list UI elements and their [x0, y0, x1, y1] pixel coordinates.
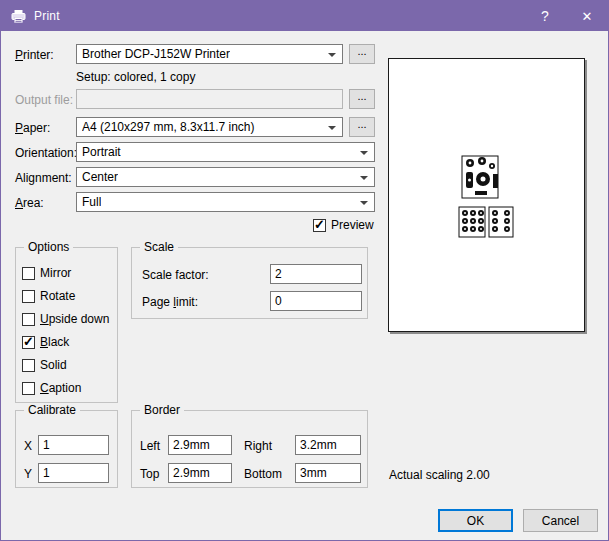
ok-button[interactable]: OK [438, 509, 513, 532]
printer-label: Printer: [15, 47, 54, 63]
help-button[interactable]: ? [524, 1, 566, 31]
window-title: Print [34, 9, 60, 23]
checkbox-icon[interactable] [313, 219, 326, 232]
border-top-label: Top [140, 466, 159, 482]
area-select-value: Full [82, 195, 101, 209]
upside-down-checkbox[interactable]: Upside down [22, 312, 109, 326]
rotate-checkbox[interactable]: Rotate [22, 289, 75, 303]
alignment-label: Alignment: [15, 170, 72, 186]
solid-checkbox[interactable]: Solid [22, 358, 67, 372]
alignment-select-value: Center [82, 170, 118, 184]
area-select[interactable]: Full [76, 192, 375, 212]
checkbox-icon[interactable] [22, 313, 35, 326]
printer-select[interactable]: Brother DCP-J152W Printer [76, 44, 343, 64]
print-preview-page [388, 58, 585, 332]
border-right-label: Right [244, 438, 272, 454]
border-group: Border Left Right Top Bottom [131, 410, 368, 488]
page-limit-input[interactable] [270, 291, 362, 311]
titlebar: Print ? ✕ [1, 1, 608, 31]
checkbox-icon[interactable] [22, 382, 35, 395]
calibrate-group-title: Calibrate [24, 403, 80, 418]
page-limit-label: Page limit: [142, 294, 198, 310]
checkbox-icon[interactable] [22, 267, 35, 280]
checkbox-icon[interactable] [22, 359, 35, 372]
calibrate-y-input[interactable] [38, 463, 109, 483]
paper-select[interactable]: A4 (210x297 mm, 8.3x11.7 inch) [76, 117, 343, 137]
checkbox-icon[interactable] [22, 290, 35, 303]
options-group: Options Mirror Rotate Upside down Black … [15, 247, 118, 403]
caption-checkbox[interactable]: Caption [22, 381, 81, 395]
scale-factor-input[interactable] [270, 264, 362, 284]
border-bottom-input[interactable] [295, 463, 361, 483]
caption-checkbox-label: Caption [40, 381, 81, 395]
border-left-input[interactable] [168, 435, 232, 455]
border-left-label: Left [140, 438, 160, 454]
border-right-input[interactable] [295, 435, 361, 455]
orientation-label: Orientation: [15, 145, 77, 161]
scale-group: Scale Scale factor: Page limit: [131, 247, 368, 319]
print-preview-artwork [455, 155, 517, 241]
chevron-down-icon [360, 201, 368, 205]
chevron-down-icon [360, 151, 368, 155]
black-checkbox[interactable]: Black [22, 335, 69, 349]
paper-browse-button[interactable]: ... [349, 117, 375, 137]
output-file-input[interactable] [76, 89, 343, 109]
printer-icon [10, 8, 26, 24]
printer-browse-button[interactable]: ... [349, 44, 375, 64]
paper-label: Paper: [15, 120, 50, 136]
calibrate-group: Calibrate X Y [15, 410, 118, 488]
area-label: Area: [15, 195, 44, 211]
cancel-button[interactable]: Cancel [523, 509, 598, 532]
checkbox-icon[interactable] [22, 336, 35, 349]
options-group-title: Options [24, 240, 73, 255]
chevron-down-icon [328, 53, 336, 57]
chevron-down-icon [360, 176, 368, 180]
upside-down-checkbox-label: Upside down [40, 312, 109, 326]
calibrate-x-input[interactable] [38, 435, 109, 455]
black-checkbox-label: Black [40, 335, 69, 349]
orientation-select-value: Portrait [82, 145, 121, 159]
paper-select-value: A4 (210x297 mm, 8.3x11.7 inch) [82, 120, 255, 134]
output-file-browse-button[interactable]: ... [349, 89, 375, 109]
actual-scaling-label: Actual scaling 2.00 [389, 468, 490, 482]
chevron-down-icon [328, 126, 336, 130]
border-bottom-label: Bottom [244, 466, 282, 482]
printer-setup-info: Setup: colored, 1 copy [76, 69, 195, 85]
printer-select-value: Brother DCP-J152W Printer [82, 47, 230, 61]
close-button[interactable]: ✕ [566, 1, 608, 31]
preview-checkbox[interactable]: Preview [313, 218, 374, 232]
solid-checkbox-label: Solid [40, 358, 67, 372]
mirror-checkbox[interactable]: Mirror [22, 266, 71, 280]
alignment-select[interactable]: Center [76, 167, 375, 187]
calibrate-x-label: X [24, 438, 32, 454]
border-top-input[interactable] [168, 463, 232, 483]
scale-group-title: Scale [140, 240, 178, 255]
rotate-checkbox-label: Rotate [40, 289, 75, 303]
orientation-select[interactable]: Portrait [76, 142, 375, 162]
mirror-checkbox-label: Mirror [40, 266, 71, 280]
calibrate-y-label: Y [24, 466, 32, 482]
print-dialog: Print ? ✕ Printer: Brother DCP-J152W Pri… [0, 0, 609, 541]
preview-checkbox-label: Preview [331, 218, 374, 232]
scale-factor-label: Scale factor: [142, 267, 209, 283]
border-group-title: Border [140, 403, 184, 418]
output-file-label: Output file: [15, 92, 73, 108]
